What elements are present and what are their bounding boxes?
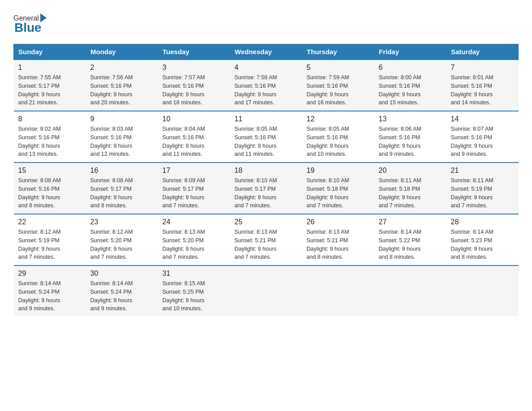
- empty-cell: [374, 265, 446, 317]
- day-info: Sunrise: 8:09 AMSunset: 5:17 PMDaylight:…: [163, 176, 226, 210]
- day-number: 13: [379, 115, 442, 123]
- day-cell-21: 21 Sunrise: 8:11 AMSunset: 5:19 PMDaylig…: [446, 163, 519, 214]
- day-info: Sunrise: 8:02 AMSunset: 5:16 PMDaylight:…: [18, 125, 82, 158]
- day-cell-26: 26 Sunrise: 8:13 AMSunset: 5:21 PMDaylig…: [302, 214, 374, 265]
- empty-cell: [302, 265, 374, 317]
- day-number: 29: [18, 270, 82, 278]
- weekday-header-monday: Monday: [86, 44, 158, 60]
- week-row-3: 15 Sunrise: 8:08 AMSunset: 5:16 PMDaylig…: [14, 163, 519, 214]
- day-number: 20: [379, 167, 442, 175]
- day-cell-8: 8 Sunrise: 8:02 AMSunset: 5:16 PMDayligh…: [14, 111, 86, 163]
- day-cell-11: 11 Sunrise: 8:05 AMSunset: 5:16 PMDaylig…: [230, 111, 302, 163]
- day-number: 23: [90, 218, 154, 226]
- day-info: Sunrise: 7:56 AMSunset: 5:16 PMDaylight:…: [90, 73, 154, 107]
- day-info: Sunrise: 8:00 AMSunset: 5:16 PMDaylight:…: [379, 73, 442, 107]
- day-cell-14: 14 Sunrise: 8:07 AMSunset: 5:16 PMDaylig…: [446, 111, 519, 163]
- day-cell-2: 2 Sunrise: 7:56 AMSunset: 5:16 PMDayligh…: [86, 60, 158, 111]
- day-cell-27: 27 Sunrise: 8:14 AMSunset: 5:22 PMDaylig…: [374, 214, 446, 265]
- day-cell-1: 1 Sunrise: 7:55 AMSunset: 5:17 PMDayligh…: [14, 60, 86, 111]
- day-cell-5: 5 Sunrise: 7:59 AMSunset: 5:16 PMDayligh…: [302, 60, 374, 111]
- day-info: Sunrise: 8:13 AMSunset: 5:21 PMDaylight:…: [307, 228, 370, 261]
- day-info: Sunrise: 8:10 AMSunset: 5:17 PMDaylight:…: [235, 176, 298, 210]
- day-cell-9: 9 Sunrise: 8:03 AMSunset: 5:16 PMDayligh…: [86, 111, 158, 163]
- day-cell-12: 12 Sunrise: 8:05 AMSunset: 5:16 PMDaylig…: [302, 111, 374, 163]
- day-info: Sunrise: 8:12 AMSunset: 5:20 PMDaylight:…: [90, 228, 154, 261]
- day-number: 11: [235, 115, 298, 123]
- day-number: 18: [235, 167, 298, 175]
- day-number: 16: [90, 167, 154, 175]
- day-cell-24: 24 Sunrise: 8:13 AMSunset: 5:20 PMDaylig…: [158, 214, 230, 265]
- day-number: 27: [379, 218, 442, 226]
- week-row-5: 29 Sunrise: 8:14 AMSunset: 5:24 PMDaylig…: [14, 265, 519, 317]
- day-cell-16: 16 Sunrise: 8:08 AMSunset: 5:17 PMDaylig…: [86, 163, 158, 214]
- calendar-table: SundayMondayTuesdayWednesdayThursdayFrid…: [13, 44, 519, 317]
- day-info: Sunrise: 8:05 AMSunset: 5:16 PMDaylight:…: [307, 125, 370, 158]
- day-number: 21: [451, 167, 514, 175]
- day-info: Sunrise: 8:13 AMSunset: 5:20 PMDaylight:…: [163, 228, 226, 261]
- day-number: 10: [163, 115, 226, 123]
- day-info: Sunrise: 8:14 AMSunset: 5:22 PMDaylight:…: [379, 228, 442, 261]
- day-number: 9: [90, 115, 154, 123]
- day-cell-15: 15 Sunrise: 8:08 AMSunset: 5:16 PMDaylig…: [14, 163, 86, 214]
- day-cell-3: 3 Sunrise: 7:57 AMSunset: 5:16 PMDayligh…: [158, 60, 230, 111]
- day-cell-4: 4 Sunrise: 7:58 AMSunset: 5:16 PMDayligh…: [230, 60, 302, 111]
- day-info: Sunrise: 8:12 AMSunset: 5:19 PMDaylight:…: [18, 228, 82, 261]
- day-number: 7: [451, 64, 514, 72]
- week-row-4: 22 Sunrise: 8:12 AMSunset: 5:19 PMDaylig…: [14, 214, 519, 265]
- day-cell-22: 22 Sunrise: 8:12 AMSunset: 5:19 PMDaylig…: [14, 214, 86, 265]
- day-info: Sunrise: 8:07 AMSunset: 5:16 PMDaylight:…: [451, 125, 514, 158]
- day-info: Sunrise: 8:11 AMSunset: 5:19 PMDaylight:…: [451, 176, 514, 210]
- day-number: 26: [307, 218, 370, 226]
- day-info: Sunrise: 8:15 AMSunset: 5:25 PMDaylight:…: [163, 279, 226, 313]
- week-row-2: 8 Sunrise: 8:02 AMSunset: 5:16 PMDayligh…: [14, 111, 519, 163]
- day-number: 19: [307, 167, 370, 175]
- day-info: Sunrise: 8:10 AMSunset: 5:18 PMDaylight:…: [307, 176, 370, 210]
- day-info: Sunrise: 7:57 AMSunset: 5:16 PMDaylight:…: [163, 73, 226, 107]
- logo: General Blue: [13, 13, 47, 35]
- day-number: 4: [235, 64, 298, 72]
- week-row-1: 1 Sunrise: 7:55 AMSunset: 5:17 PMDayligh…: [14, 60, 519, 111]
- page-header: General Blue: [13, 13, 519, 35]
- day-number: 17: [163, 167, 226, 175]
- day-cell-13: 13 Sunrise: 8:06 AMSunset: 5:16 PMDaylig…: [374, 111, 446, 163]
- day-info: Sunrise: 8:01 AMSunset: 5:16 PMDaylight:…: [451, 73, 514, 107]
- weekday-header-row: SundayMondayTuesdayWednesdayThursdayFrid…: [14, 44, 519, 60]
- day-number: 12: [307, 115, 370, 123]
- day-cell-28: 28 Sunrise: 8:14 AMSunset: 5:23 PMDaylig…: [446, 214, 519, 265]
- day-cell-6: 6 Sunrise: 8:00 AMSunset: 5:16 PMDayligh…: [374, 60, 446, 111]
- day-number: 28: [451, 218, 514, 226]
- day-cell-23: 23 Sunrise: 8:12 AMSunset: 5:20 PMDaylig…: [86, 214, 158, 265]
- day-number: 6: [379, 64, 442, 72]
- day-info: Sunrise: 7:55 AMSunset: 5:17 PMDaylight:…: [18, 73, 82, 107]
- logo-blue-text: Blue: [14, 21, 42, 35]
- day-cell-17: 17 Sunrise: 8:09 AMSunset: 5:17 PMDaylig…: [158, 163, 230, 214]
- day-info: Sunrise: 7:59 AMSunset: 5:16 PMDaylight:…: [307, 73, 370, 107]
- day-info: Sunrise: 8:08 AMSunset: 5:16 PMDaylight:…: [18, 176, 82, 210]
- weekday-header-thursday: Thursday: [302, 44, 374, 60]
- day-number: 8: [18, 115, 82, 123]
- day-cell-30: 30 Sunrise: 8:14 AMSunset: 5:24 PMDaylig…: [86, 265, 158, 317]
- day-cell-20: 20 Sunrise: 8:11 AMSunset: 5:18 PMDaylig…: [374, 163, 446, 214]
- weekday-header-sunday: Sunday: [14, 44, 86, 60]
- day-cell-18: 18 Sunrise: 8:10 AMSunset: 5:17 PMDaylig…: [230, 163, 302, 214]
- day-number: 30: [90, 270, 154, 278]
- day-number: 15: [18, 167, 82, 175]
- day-number: 3: [163, 64, 226, 72]
- day-info: Sunrise: 8:05 AMSunset: 5:16 PMDaylight:…: [235, 125, 298, 158]
- day-info: Sunrise: 7:58 AMSunset: 5:16 PMDaylight:…: [235, 73, 298, 107]
- day-number: 22: [18, 218, 82, 226]
- day-info: Sunrise: 8:03 AMSunset: 5:16 PMDaylight:…: [90, 125, 154, 158]
- day-number: 24: [163, 218, 226, 226]
- day-info: Sunrise: 8:13 AMSunset: 5:21 PMDaylight:…: [235, 228, 298, 261]
- weekday-header-friday: Friday: [374, 44, 446, 60]
- day-cell-25: 25 Sunrise: 8:13 AMSunset: 5:21 PMDaylig…: [230, 214, 302, 265]
- day-info: Sunrise: 8:04 AMSunset: 5:16 PMDaylight:…: [163, 125, 226, 158]
- day-cell-10: 10 Sunrise: 8:04 AMSunset: 5:16 PMDaylig…: [158, 111, 230, 163]
- day-cell-19: 19 Sunrise: 8:10 AMSunset: 5:18 PMDaylig…: [302, 163, 374, 214]
- day-number: 25: [235, 218, 298, 226]
- weekday-header-tuesday: Tuesday: [158, 44, 230, 60]
- day-number: 14: [451, 115, 514, 123]
- day-info: Sunrise: 8:14 AMSunset: 5:23 PMDaylight:…: [451, 228, 514, 261]
- day-number: 5: [307, 64, 370, 72]
- day-cell-7: 7 Sunrise: 8:01 AMSunset: 5:16 PMDayligh…: [446, 60, 519, 111]
